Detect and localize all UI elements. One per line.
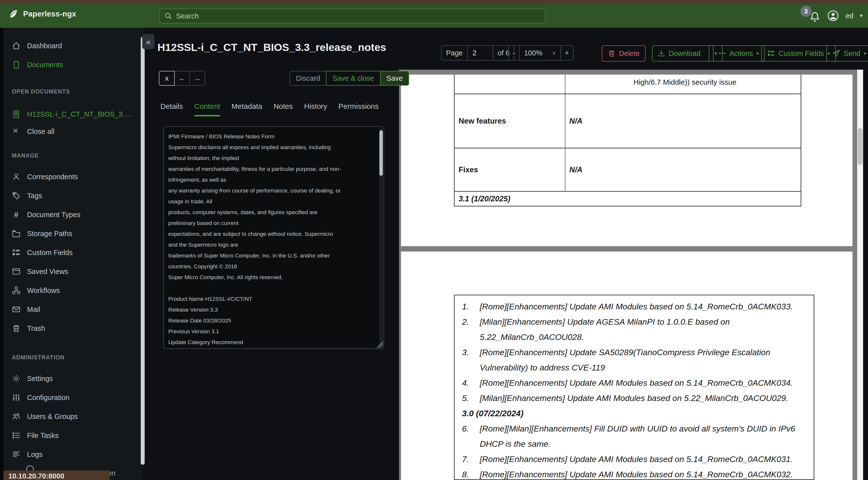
sidebar-item-mail[interactable]: Mail bbox=[3, 301, 135, 318]
sidebar-scrollbar[interactable] bbox=[141, 37, 145, 465]
zoom-select[interactable]: 100% ∨ bbox=[519, 45, 561, 61]
bell-icon bbox=[809, 11, 820, 22]
table-cell: High/6.7 Middle)) security issue bbox=[565, 74, 801, 93]
pdf-scrollbar-thumb[interactable] bbox=[858, 128, 863, 165]
tab-details[interactable]: Details bbox=[160, 102, 183, 116]
save-and-close-button[interactable]: Save & close bbox=[326, 71, 380, 86]
pdf-page-2: 1. [Rome][Enhancements] Update AMI Modul… bbox=[401, 251, 852, 480]
brand[interactable]: Paperless-ngx bbox=[8, 9, 76, 20]
logs-icon bbox=[12, 450, 21, 459]
user-avatar-icon[interactable] bbox=[827, 9, 839, 22]
zoom-control: - 100% ∨ + bbox=[508, 45, 574, 61]
close-document-button[interactable]: x bbox=[159, 71, 175, 86]
workflows-icon bbox=[12, 286, 21, 295]
zoom-in-button[interactable]: + bbox=[560, 45, 574, 61]
sidebar-item-correspondents[interactable]: Correspondents bbox=[3, 169, 135, 185]
sidebar-item-custom-fields[interactable]: Custom Fields bbox=[3, 244, 135, 261]
user-menu[interactable]: ed bbox=[846, 12, 854, 20]
actions-button[interactable]: ••• Actions ▾ bbox=[713, 45, 765, 62]
tab-history[interactable]: History bbox=[304, 102, 327, 116]
dots-icon: ••• bbox=[719, 50, 726, 57]
sidebar-item-workflows[interactable]: Workflows bbox=[3, 282, 135, 299]
sidebar-item-tags[interactable]: Tags bbox=[3, 187, 135, 204]
content-textarea[interactable]: IPMI Firmware / BIOS Release Notes Form … bbox=[163, 126, 384, 349]
custom-fields-button[interactable]: Custom Fields ▾ bbox=[761, 45, 836, 62]
textarea-resize-handle[interactable] bbox=[377, 341, 383, 348]
sidebar-item-open-document[interactable]: H12SSL-i_C_CT_NT_BIOS_3.3_rel... bbox=[3, 106, 135, 122]
sidebar-item-dashboard[interactable]: Dashboard bbox=[3, 38, 135, 54]
textarea-scrollbar-thumb[interactable] bbox=[379, 130, 383, 176]
status-url-tooltip: 10.10.20.70:8000 bbox=[3, 471, 110, 480]
close-icon bbox=[12, 127, 21, 136]
folder-icon bbox=[12, 229, 21, 238]
custom-fields-icon bbox=[12, 248, 21, 257]
previous-document-button[interactable]: ← bbox=[174, 71, 190, 86]
chevron-down-icon: ∨ bbox=[552, 50, 556, 56]
manage-header: MANAGE bbox=[12, 152, 39, 159]
save-button[interactable]: Save bbox=[380, 71, 409, 86]
pdf-preview-pane[interactable]: High/6.7 Middle)) security issue New fea… bbox=[399, 70, 863, 480]
notifications-button[interactable]: 3 bbox=[807, 9, 820, 22]
users-icon bbox=[12, 412, 21, 421]
sidebar-item-configuration[interactable]: Configuration bbox=[3, 389, 135, 406]
delete-button[interactable]: Delete bbox=[602, 45, 646, 62]
table-row: Fixes N/A bbox=[455, 148, 801, 192]
sidebar-item-trash[interactable]: Trash bbox=[3, 320, 135, 336]
next-document-button[interactable]: → bbox=[189, 71, 205, 86]
download-button[interactable]: Download bbox=[652, 46, 705, 61]
content-text[interactable]: IPMI Firmware / BIOS Release Notes Form … bbox=[164, 127, 376, 348]
pdf-page-1: High/6.7 Middle)) security issue New fea… bbox=[401, 74, 852, 246]
sliders-icon bbox=[12, 393, 21, 402]
trash-icon bbox=[12, 324, 21, 333]
changelog-list-box: 1. [Rome][Enhancements] Update AMI Modul… bbox=[454, 295, 814, 480]
paperless-leaf-icon bbox=[8, 9, 19, 20]
send-button[interactable]: Send ▾ bbox=[827, 45, 868, 62]
search-box[interactable] bbox=[159, 9, 546, 23]
list-item: 2. [Milan][Enhancements] Update AGESA Mi… bbox=[462, 314, 814, 344]
home-icon bbox=[12, 41, 21, 50]
send-icon bbox=[832, 50, 840, 57]
document-tabs: Details Content Metadata Notes History P… bbox=[160, 102, 379, 116]
sidebar-item-storage-paths[interactable]: Storage Paths bbox=[3, 226, 135, 242]
list-item: 5. [Milan][Enhancements] Update AMI Modu… bbox=[462, 390, 814, 406]
tab-permissions[interactable]: Permissions bbox=[339, 102, 379, 116]
sidebar-item-documents[interactable]: Documents bbox=[3, 57, 135, 73]
tab-notes[interactable]: Notes bbox=[274, 102, 293, 116]
download-split-button: Download ▾ bbox=[652, 45, 722, 62]
table-cell-value: N/A bbox=[565, 94, 801, 148]
list-item: 8. [Rome][Enhancements] Update AMI Modul… bbox=[462, 467, 814, 480]
tab-metadata[interactable]: Metadata bbox=[231, 102, 262, 116]
discard-button[interactable]: Discard bbox=[289, 71, 327, 86]
window-icon bbox=[12, 267, 21, 276]
window-top-strip bbox=[0, 0, 868, 3]
administration-header: ADMINISTRATION bbox=[12, 354, 64, 361]
download-icon bbox=[657, 50, 665, 57]
sidebar-item-document-types[interactable]: # Document Types bbox=[3, 207, 135, 223]
version-heading: 3.0 (07/22/2024) bbox=[462, 406, 814, 421]
list-item: 6. [Rome][Milan][Enhancements] Fill DUID… bbox=[462, 421, 814, 451]
sidebar-item-close-all[interactable]: Close all bbox=[3, 123, 135, 140]
sidebar-item-file-tasks[interactable]: File Tasks bbox=[3, 427, 135, 444]
tab-content[interactable]: Content bbox=[194, 102, 220, 116]
mail-icon bbox=[12, 305, 21, 314]
list-tasks-icon bbox=[12, 431, 21, 440]
sidebar-collapse-button[interactable]: « bbox=[142, 34, 155, 49]
gear-icon bbox=[12, 374, 21, 383]
release-notes-table: High/6.7 Middle)) security issue New fea… bbox=[454, 74, 801, 207]
sidebar-item-users-groups[interactable]: Users & Groups bbox=[3, 408, 135, 425]
sidebar-item-settings[interactable]: Settings bbox=[3, 370, 135, 387]
documents-icon bbox=[12, 60, 21, 69]
open-documents-header: OPEN DOCUMENTS bbox=[12, 88, 70, 95]
document-nav-group: x ← → bbox=[159, 71, 205, 86]
page-input-segment[interactable] bbox=[467, 45, 493, 61]
sidebar-item-saved-views[interactable]: Saved Views bbox=[3, 263, 135, 280]
navbar: Paperless-ngx 3 bbox=[0, 3, 868, 28]
sidebar-item-logs[interactable]: Logs bbox=[3, 446, 135, 462]
search-input[interactable] bbox=[176, 12, 541, 21]
custom-fields-icon bbox=[767, 50, 775, 57]
caret-down-icon: ▾ bbox=[756, 51, 759, 56]
list-item: 7. [Rome][Enhancements] Update AMI Modul… bbox=[462, 451, 814, 467]
page-number-input[interactable] bbox=[472, 49, 488, 57]
brand-name: Paperless-ngx bbox=[23, 9, 76, 19]
zoom-out-button[interactable]: - bbox=[508, 45, 520, 61]
